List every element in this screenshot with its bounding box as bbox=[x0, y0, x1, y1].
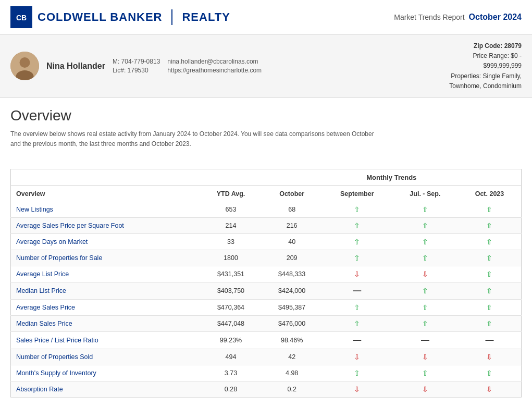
up-arrow-icon: ⇧ bbox=[354, 221, 360, 230]
trend-cell: ⇧ bbox=[458, 365, 522, 381]
row-label: Median List Price bbox=[11, 282, 200, 300]
agent-license: Lic#: 179530 bbox=[113, 67, 160, 74]
up-arrow-icon: ⇧ bbox=[486, 303, 492, 312]
ytd-value: 33 bbox=[200, 234, 262, 250]
oct-value: 4.98 bbox=[262, 365, 322, 381]
up-arrow-icon: ⇧ bbox=[422, 369, 428, 377]
trend-cell: ⇧ bbox=[458, 202, 522, 218]
trend-cell: ⇧ bbox=[322, 250, 392, 266]
oct-value: 216 bbox=[262, 218, 322, 234]
trend-cell: ⇧ bbox=[322, 365, 392, 381]
agent-contact-web: nina.hollander@cbcarolinas.com https://g… bbox=[167, 58, 262, 74]
table-row: Average Sales Price per Square Foot21421… bbox=[11, 218, 522, 234]
up-arrow-icon: ⇧ bbox=[354, 238, 360, 246]
svg-point-3 bbox=[20, 57, 30, 68]
col-ytd: YTD Avg. bbox=[200, 186, 262, 202]
brand-name: COLDWELL BANKER bbox=[38, 10, 162, 24]
ytd-value: 3.73 bbox=[200, 365, 262, 381]
trend-cell: ⇧ bbox=[322, 316, 392, 332]
trend-cell: ⇧ bbox=[458, 282, 522, 300]
cb-logo-icon: CB bbox=[10, 6, 32, 28]
col-september: September bbox=[322, 186, 392, 202]
row-label: Average Days on Market bbox=[11, 234, 200, 250]
down-arrow-icon: ⇩ bbox=[422, 270, 428, 278]
ytd-value: 1800 bbox=[200, 250, 262, 266]
row-label: Absorption Rate bbox=[11, 381, 200, 398]
trend-cell: ⇧ bbox=[392, 300, 458, 316]
table-row: Median Sales Price$447,048$476,000⇧⇧⇧ bbox=[11, 316, 522, 332]
trend-cell: ⇧ bbox=[392, 218, 458, 234]
svg-text:CB: CB bbox=[16, 14, 27, 22]
trend-cell: ⇧ bbox=[322, 218, 392, 234]
trend-cell: ⇩ bbox=[392, 266, 458, 282]
table-section: Monthly Trends Overview YTD Avg. October… bbox=[0, 153, 532, 407]
page-header: CB COLDWELL BANKER REALTY Market Trends … bbox=[0, 0, 532, 35]
trend-cell: ⇩ bbox=[392, 349, 458, 365]
trend-cell: ⇩ bbox=[322, 266, 392, 282]
table-row: Average List Price$431,351$448,333⇩⇩⇧ bbox=[11, 266, 522, 282]
up-arrow-icon: ⇧ bbox=[486, 319, 492, 328]
col-jul-sep: Jul. - Sep. bbox=[392, 186, 458, 202]
up-arrow-icon: ⇧ bbox=[486, 238, 492, 246]
trend-cell: ⇧ bbox=[392, 234, 458, 250]
row-label: Number of Properties for Sale bbox=[11, 250, 200, 266]
properties-value: Townhome, Condominium bbox=[449, 82, 522, 90]
header-right: Market Trends Report October 2024 bbox=[394, 13, 522, 22]
trend-cell: ⇧ bbox=[458, 218, 522, 234]
trend-cell: ⇧ bbox=[458, 316, 522, 332]
table-row: Average Days on Market3340⇧⇧⇧ bbox=[11, 234, 522, 250]
table-row: Median List Price$403,750$424,000—⇧⇧ bbox=[11, 282, 522, 300]
row-label: Average Sales Price bbox=[11, 300, 200, 316]
up-arrow-icon: ⇧ bbox=[422, 303, 428, 312]
ytd-value: 494 bbox=[200, 349, 262, 365]
row-label: Average Sales Price per Square Foot bbox=[11, 218, 200, 234]
trend-cell: ⇩ bbox=[458, 381, 522, 398]
oct-value: 40 bbox=[262, 234, 322, 250]
ytd-value: $431,351 bbox=[200, 266, 262, 282]
trend-cell: ⇧ bbox=[458, 300, 522, 316]
trend-cell: ⇧ bbox=[392, 202, 458, 218]
down-arrow-icon: ⇩ bbox=[486, 353, 492, 361]
overview-description: The overview below shows real estate act… bbox=[10, 129, 375, 149]
trend-cell: ⇩ bbox=[322, 381, 392, 398]
agent-name-block: Nina Hollander bbox=[46, 61, 105, 71]
trend-cell: — bbox=[392, 332, 458, 349]
table-row: Average Sales Price$470,364$495,387⇧⇧⇧ bbox=[11, 300, 522, 316]
col-oct-2023: Oct. 2023 bbox=[458, 186, 522, 202]
down-arrow-icon: ⇩ bbox=[354, 385, 360, 393]
trend-cell: ⇩ bbox=[392, 381, 458, 398]
up-arrow-icon: ⇧ bbox=[422, 205, 428, 214]
trend-cell: ⇧ bbox=[392, 282, 458, 300]
overview-header bbox=[11, 169, 262, 186]
agent-email: nina.hollander@cbcarolinas.com bbox=[167, 58, 262, 65]
up-arrow-icon: ⇧ bbox=[422, 287, 428, 295]
table-header-row-1: Monthly Trends bbox=[11, 169, 522, 186]
overview-title: Overview bbox=[10, 107, 522, 124]
col-overview: Overview bbox=[11, 186, 200, 202]
dash-indicator: — bbox=[421, 336, 429, 344]
market-trends-table: Monthly Trends Overview YTD Avg. October… bbox=[10, 169, 522, 398]
table-row: New Listings65368⇧⇧⇧ bbox=[11, 202, 522, 218]
price-range-value: $999,999,999 bbox=[484, 62, 522, 69]
dash-indicator: — bbox=[485, 336, 493, 344]
agent-bar: Nina Hollander M: 704-779-0813 Lic#: 179… bbox=[0, 35, 532, 98]
up-arrow-icon: ⇧ bbox=[422, 221, 428, 230]
trend-cell: ⇧ bbox=[458, 266, 522, 282]
up-arrow-icon: ⇧ bbox=[486, 221, 492, 230]
oct-value: $424,000 bbox=[262, 282, 322, 300]
up-arrow-icon: ⇧ bbox=[422, 319, 428, 328]
up-arrow-icon: ⇧ bbox=[486, 205, 492, 214]
table-row: Month's Supply of Inventory3.734.98⇧⇧⇧ bbox=[11, 365, 522, 381]
up-arrow-icon: ⇧ bbox=[422, 238, 428, 246]
up-arrow-icon: ⇧ bbox=[486, 369, 492, 377]
table-header-row-2: Overview YTD Avg. October September Jul.… bbox=[11, 186, 522, 202]
logo-area: CB COLDWELL BANKER REALTY bbox=[10, 6, 230, 28]
dash-indicator: — bbox=[353, 286, 361, 295]
dash-indicator: — bbox=[353, 336, 361, 344]
down-arrow-icon: ⇩ bbox=[422, 385, 428, 393]
table-row: Number of Properties for Sale1800209⇧⇧⇧ bbox=[11, 250, 522, 266]
row-label: Sales Price / List Price Ratio bbox=[11, 332, 200, 349]
up-arrow-icon: ⇧ bbox=[354, 319, 360, 328]
up-arrow-icon: ⇧ bbox=[422, 254, 428, 262]
trend-cell: ⇩ bbox=[458, 349, 522, 365]
